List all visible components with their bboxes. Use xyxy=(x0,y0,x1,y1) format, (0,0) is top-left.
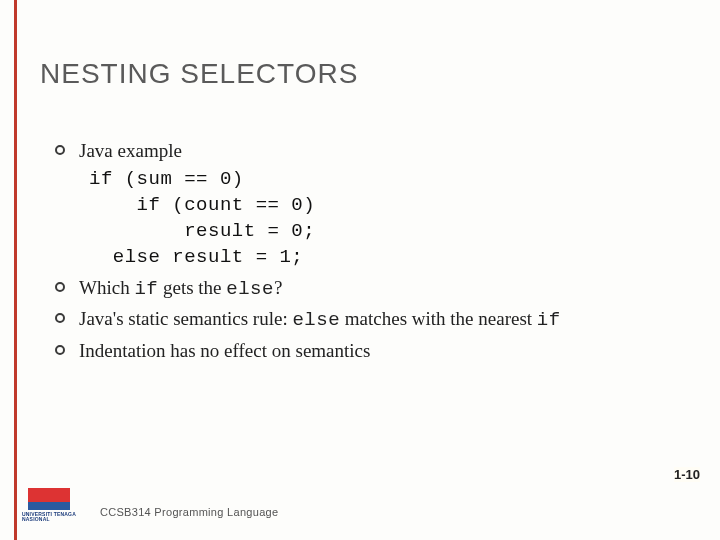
slide-title: NESTING SELECTORS xyxy=(40,58,358,90)
footer-text: CCSB314 Programming Language xyxy=(100,506,278,518)
text: matches with the nearest xyxy=(340,308,537,329)
bullet-java-example: Java example if (sum == 0) if (count == … xyxy=(55,138,665,271)
logo-red-stripe xyxy=(28,488,70,502)
slide: NESTING SELECTORS Java example if (sum =… xyxy=(0,0,720,540)
code-else: else xyxy=(226,278,274,300)
bullet-text: Java example xyxy=(79,140,182,161)
bullet-semantics-rule: Java's static semantics rule: else match… xyxy=(55,306,665,334)
logo-blue-stripe xyxy=(28,502,70,510)
code-if: if xyxy=(537,309,561,331)
text: gets the xyxy=(158,277,226,298)
bullet-which-if: Which if gets the else? xyxy=(55,275,665,303)
university-logo: UNIVERSITI TENAGA NASIONAL xyxy=(18,484,82,532)
slide-content: Java example if (sum == 0) if (count == … xyxy=(55,138,665,367)
bullet-text: Indentation has no effect on semantics xyxy=(79,340,370,361)
page-number: 1-10 xyxy=(674,467,700,482)
code-else: else xyxy=(292,309,340,331)
logo-text: UNIVERSITI TENAGA NASIONAL xyxy=(22,512,82,522)
bullet-indentation: Indentation has no effect on semantics xyxy=(55,338,665,364)
code-block: if (sum == 0) if (count == 0) result = 0… xyxy=(89,166,665,271)
text: ? xyxy=(274,277,282,298)
left-accent-bar xyxy=(14,0,17,540)
code-if: if xyxy=(134,278,158,300)
text: Which xyxy=(79,277,134,298)
text: Java's static semantics rule: xyxy=(79,308,292,329)
